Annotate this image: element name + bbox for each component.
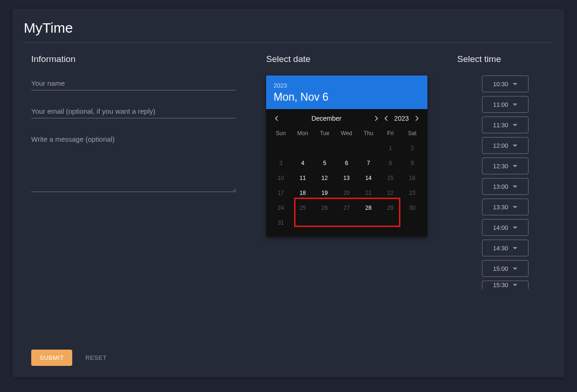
calendar-day[interactable]: 12 bbox=[314, 171, 336, 186]
time-slot-button[interactable]: 12:30 bbox=[482, 158, 529, 174]
calendar-day bbox=[314, 215, 336, 230]
time-slot-button[interactable]: 14:00 bbox=[482, 219, 529, 236]
next-year-button[interactable] bbox=[412, 114, 422, 123]
datepicker-header: 2023 Mon, Nov 6 bbox=[266, 76, 427, 109]
time-slot-label: 14:00 bbox=[493, 224, 508, 231]
prev-month-button[interactable] bbox=[272, 114, 281, 123]
weekday-header: Wed bbox=[336, 126, 357, 141]
calendar-day: 20 bbox=[336, 186, 357, 200]
datepicker-year-label[interactable]: 2023 bbox=[392, 115, 412, 122]
time-slot-label: 12:30 bbox=[493, 163, 508, 170]
calendar-day: 2 bbox=[401, 141, 423, 156]
time-slot-button[interactable]: 13:30 bbox=[482, 199, 529, 215]
chevron-down-icon bbox=[513, 144, 517, 147]
time-slot-label: 12:00 bbox=[493, 142, 508, 149]
calendar-day[interactable]: 6 bbox=[336, 156, 357, 171]
time-slot-label: 11:30 bbox=[493, 122, 508, 129]
calendar-day: 15 bbox=[379, 171, 401, 186]
calendar-day[interactable]: 11 bbox=[292, 171, 314, 186]
datepicker-month-nav: December bbox=[272, 114, 381, 123]
calendar-day: 27 bbox=[336, 200, 357, 215]
datepicker-header-year[interactable]: 2023 bbox=[274, 82, 420, 89]
calendar-day: 16 bbox=[401, 171, 423, 186]
calendar-day bbox=[292, 215, 314, 230]
calendar-day: 9 bbox=[401, 156, 423, 171]
calendar-day[interactable]: 19 bbox=[314, 186, 336, 200]
reset-button[interactable]: RESET bbox=[82, 350, 110, 366]
calendar-day bbox=[336, 215, 357, 230]
chevron-down-icon bbox=[513, 227, 517, 229]
weekday-header: Tue bbox=[314, 126, 336, 141]
email-input[interactable] bbox=[31, 103, 236, 118]
time-slot-button[interactable]: 10:30 bbox=[482, 76, 529, 92]
chevron-down-icon bbox=[513, 83, 517, 85]
calendar-day bbox=[314, 141, 336, 156]
datepicker-grid: SunMonTueWedThuFriSat1234567891011121314… bbox=[266, 126, 427, 237]
calendar-day[interactable]: 18 bbox=[292, 186, 314, 200]
time-slot-label: 13:30 bbox=[493, 204, 508, 211]
info-title: Information bbox=[31, 54, 236, 64]
weekday-header: Sat bbox=[401, 126, 423, 141]
datepicker: 2023 Mon, Nov 6 December bbox=[266, 76, 427, 237]
chevron-down-icon bbox=[513, 247, 517, 249]
time-slot-label: 10:30 bbox=[493, 81, 508, 88]
calendar-day bbox=[379, 215, 401, 230]
calendar-day: 21 bbox=[357, 186, 379, 200]
time-column: Select time 10:3011:0011:3012:0012:3013:… bbox=[457, 54, 553, 304]
weekday-header: Thu bbox=[357, 126, 379, 141]
calendar-day[interactable]: 5 bbox=[314, 156, 336, 171]
time-slot-button[interactable]: 15:00 bbox=[482, 260, 529, 277]
time-slot-label: 11:00 bbox=[493, 101, 508, 108]
datepicker-year-nav: 2023 bbox=[381, 114, 422, 123]
calendar-day bbox=[292, 141, 314, 156]
chevron-right-icon bbox=[375, 116, 378, 121]
calendar-day: 3 bbox=[270, 156, 292, 171]
chevron-left-icon bbox=[275, 116, 278, 121]
calendar-day bbox=[336, 141, 357, 156]
weekday-header: Fri bbox=[379, 126, 401, 141]
main-card: MyTime Information Select date 2023 Mon,… bbox=[13, 9, 564, 377]
calendar-day[interactable]: 13 bbox=[336, 171, 357, 186]
next-month-button[interactable] bbox=[372, 114, 381, 123]
calendar-day: 26 bbox=[314, 200, 336, 215]
calendar-day[interactable]: 14 bbox=[357, 171, 379, 186]
chevron-down-icon bbox=[513, 186, 517, 188]
time-slot-label: 13:00 bbox=[493, 183, 508, 190]
calendar-day bbox=[357, 215, 379, 230]
calendar-day[interactable]: 28 bbox=[357, 200, 379, 215]
calendar-day bbox=[401, 215, 423, 230]
time-slot-button[interactable]: 15:30 bbox=[482, 281, 529, 289]
time-slot-button[interactable]: 12:00 bbox=[482, 137, 529, 154]
chevron-down-icon bbox=[513, 103, 517, 106]
submit-button[interactable]: SUBMIT bbox=[31, 350, 72, 366]
time-slot-label: 14:30 bbox=[493, 245, 508, 252]
prev-year-button[interactable] bbox=[381, 114, 391, 123]
chevron-down-icon bbox=[513, 165, 517, 167]
actions-row: SUBMIT RESET bbox=[31, 350, 110, 366]
datepicker-month-label[interactable]: December bbox=[281, 115, 372, 122]
calendar-day[interactable]: 4 bbox=[292, 156, 314, 171]
calendar-day: 24 bbox=[270, 200, 292, 215]
weekday-header: Mon bbox=[292, 126, 314, 141]
chevron-down-icon bbox=[513, 268, 517, 270]
chevron-right-icon bbox=[415, 116, 419, 121]
time-slot-button[interactable]: 14:30 bbox=[482, 240, 529, 256]
calendar-day: 30 bbox=[401, 200, 423, 215]
calendar-day[interactable]: 7 bbox=[357, 156, 379, 171]
time-slot-button[interactable]: 11:30 bbox=[482, 117, 529, 133]
time-slot-button[interactable]: 11:00 bbox=[482, 96, 529, 113]
message-textarea[interactable] bbox=[31, 131, 236, 192]
content-row: Information Select date 2023 Mon, Nov 6 bbox=[13, 43, 564, 304]
name-input[interactable] bbox=[31, 76, 236, 90]
calendar-day: 22 bbox=[379, 186, 401, 200]
time-title: Select time bbox=[457, 54, 501, 64]
calendar-day bbox=[270, 141, 292, 156]
chevron-left-icon bbox=[384, 116, 388, 121]
chevron-down-icon bbox=[513, 284, 517, 286]
calendar-day: 29 bbox=[379, 200, 401, 215]
calendar-day: 8 bbox=[379, 156, 401, 171]
calendar-day: 31 bbox=[270, 215, 292, 230]
datepicker-header-date[interactable]: Mon, Nov 6 bbox=[274, 91, 420, 103]
time-slot-button[interactable]: 13:00 bbox=[482, 178, 529, 195]
calendar-day: 1 bbox=[379, 141, 401, 156]
